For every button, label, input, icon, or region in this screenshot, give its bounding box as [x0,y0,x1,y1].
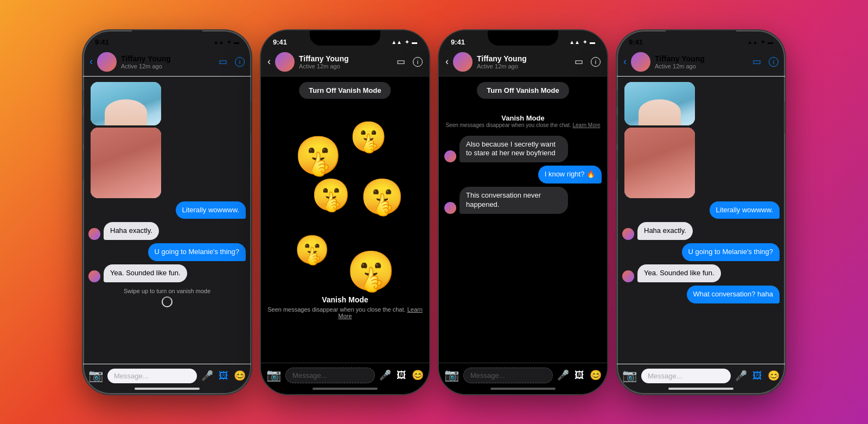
home-indicator-4 [668,388,733,390]
msg-row-p4-sent2: U going to Melanie's thing? [622,243,780,261]
battery-icon-4: ▬ [768,39,773,45]
header-actions-4: ▭ i [752,56,778,67]
camera-input-icon-3[interactable]: 📷 [444,368,459,382]
emoji-6: 🤫 [347,248,395,294]
sticker-icon-4[interactable]: 😊 [768,370,780,382]
input-actions-3: 🎤 🖼 😊 [557,369,602,381]
image-bubble-4a [624,82,695,125]
video-icon-1[interactable]: ▭ [219,56,227,67]
status-icons-2: ▲▲ ✦ ▬ [391,39,417,45]
header-actions-3: ▭ i [575,56,601,67]
dark-messages-3: Vanish Mode Seen messages disappear when… [439,104,607,363]
photo-icon-4[interactable]: 🖼 [752,370,762,382]
mic-icon-4[interactable]: 🎤 [735,370,747,382]
info-icon-4[interactable]: i [769,57,778,67]
back-button-2[interactable]: ‹ [267,56,271,67]
bubble-sent2: U going to Melanie's thing? [148,243,246,261]
signal-icon: ▲▲ [213,39,224,45]
video-icon-3[interactable]: ▭ [575,56,583,67]
contact-avatar-2[interactable] [275,52,295,72]
messages-area-1: Literally wowwww. Haha exactly. U going … [83,77,251,364]
sticker-icon-3[interactable]: 😊 [590,369,602,381]
contact-status-2: Active 12m ago [299,63,392,69]
contact-status-3: Active 12m ago [477,63,570,69]
sticker-icon-2[interactable]: 😊 [412,369,424,381]
chat-header-4: ‹ Tiffany Young Active 12m ago ▭ i [617,50,785,77]
info-icon-2[interactable]: i [413,57,423,67]
msg-row-dark3: This conversation never happened. [444,187,602,214]
video-icon-2[interactable]: ▭ [397,56,405,67]
vanish-sub-2: Seen messages disappear when you close t… [261,306,429,319]
bubble-dark3: This conversation never happened. [459,187,568,214]
msg-row-dark1: Also because I secretly want to stare at… [444,136,602,163]
msg-row-p4-recv2: Yea. Sounded like fun. [622,264,780,282]
notch-3 [488,30,558,46]
camera-input-icon-2[interactable]: 📷 [266,368,281,382]
bubble-p4-recv2: Yea. Sounded like fun. [637,264,721,282]
status-icons-1: ▲▲ ✦ ▬ [213,39,239,45]
phone-3: 9:41 ▲▲ ✦ ▬ ‹ Tiffany Young Active 12m a… [439,30,607,394]
vanish-info-2: Vanish Mode Seen messages disappear when… [261,295,429,319]
bubble-dark2: I know right? 🔥 [538,166,602,183]
image-bubble-1a [91,82,161,125]
input-actions-2: 🎤 🖼 😊 [379,369,424,381]
message-input-2[interactable]: Message... [285,368,375,383]
time-2: 9:41 [273,38,287,46]
contact-avatar-4[interactable] [631,52,650,72]
camera-input-icon-1[interactable]: 📷 [88,369,103,383]
message-input-4[interactable]: Message... [641,369,731,383]
message-input-3[interactable]: Message... [463,368,553,383]
swipe-hint-1: Swipe up to turn on vanish mode [88,286,246,312]
back-button-3[interactable]: ‹ [445,56,449,67]
sticker-icon-1[interactable]: 😊 [234,370,246,382]
photo-icon-1[interactable]: 🖼 [219,370,228,382]
bubble-recv2: Yea. Sounded like fun. [104,264,187,282]
battery-icon: ▬ [234,39,239,45]
header-actions-2: ▭ i [397,56,423,67]
camera-input-icon-4[interactable]: 📷 [622,369,637,383]
mic-icon-1[interactable]: 🎤 [201,370,213,382]
time-3: 9:41 [451,38,465,46]
msg-row-sent1: Literally wowwww. [88,201,246,219]
chat-header-2: ‹ Tiffany Young Active 12m ago ▭ i [261,50,429,77]
vanish-btn-area-3: Turn Off Vanish Mode [439,77,607,104]
photo-icon-3[interactable]: 🖼 [575,370,584,381]
image-bubble-1b [91,128,161,198]
emoji-5: 🤫 [295,233,330,267]
contact-name-4: Tiffany Young [655,54,748,63]
msg-row-p4-recv1: Haha exactly. [622,222,780,240]
signal-icon-2: ▲▲ [391,39,402,45]
msg-row-recv1: Haha exactly. [88,222,246,240]
wifi-icon-2: ✦ [405,39,409,45]
msg-row-p4-sent1: Literally wowwww. [622,201,780,219]
emoji-2: 🤫 [350,119,387,155]
input-actions-4: 🎤 🖼 😊 [735,370,780,382]
bubble-recv1: Haha exactly. [104,222,159,240]
contact-avatar-3[interactable] [453,52,473,72]
video-icon-4[interactable]: ▭ [752,56,761,67]
info-icon-3[interactable]: i [591,57,601,67]
info-icon-1[interactable]: i [235,57,245,67]
photo-icon-2[interactable]: 🖼 [397,370,406,381]
msg-avatar-p4-2 [622,270,634,282]
msg-avatar-2 [88,270,100,282]
contact-info-1: Tiffany Young Active 12m ago [121,54,214,69]
contact-status-1: Active 12m ago [121,63,214,69]
turn-off-vanish-btn-3[interactable]: Turn Off Vanish Mode [477,82,569,99]
message-input-1[interactable]: Message... [107,369,197,383]
contact-avatar-1[interactable] [97,52,117,72]
learn-more-3[interactable]: Learn More [572,122,600,128]
mic-icon-2[interactable]: 🎤 [379,369,391,381]
back-button-4[interactable]: ‹ [623,56,627,67]
mic-icon-3[interactable]: 🎤 [557,369,569,381]
header-actions-1: ▭ i [219,56,245,67]
status-icons-3: ▲▲ ✦ ▬ [569,39,595,45]
phone-1: 9:41 ▲▲ ✦ ▬ ‹ Tiffany Young Active 12m a… [83,30,251,394]
back-button-1[interactable]: ‹ [90,56,93,67]
bubble-dark1: Also because I secretly want to stare at… [459,136,568,163]
msg-row-dark2: I know right? 🔥 [444,166,602,183]
notch-2 [310,30,380,46]
notch-1 [132,30,202,46]
wifi-icon: ✦ [227,39,231,45]
turn-off-vanish-btn-2[interactable]: Turn Off Vanish Mode [299,82,391,99]
